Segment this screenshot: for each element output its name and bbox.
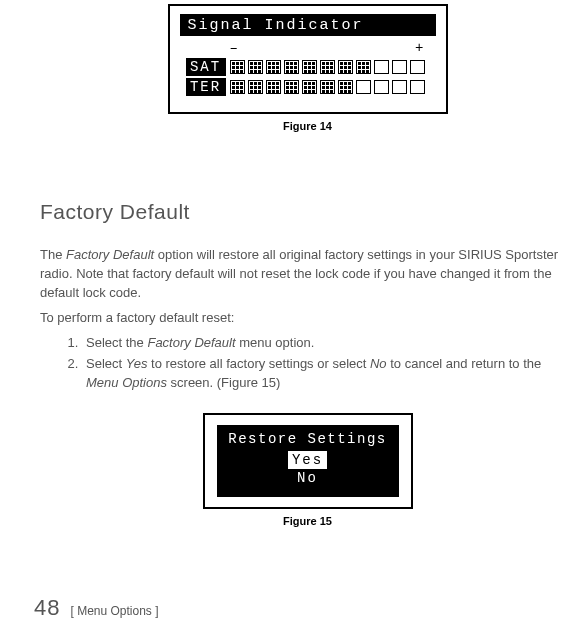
step1-b: menu option. xyxy=(236,335,315,350)
page-footer: 48 [ Menu Options ] xyxy=(34,595,159,621)
term-menu-options: Menu Options xyxy=(86,375,167,390)
bar-icon xyxy=(338,60,353,74)
bar-icon xyxy=(374,80,389,94)
bar-icon xyxy=(302,80,317,94)
lcd-title: Signal Indicator xyxy=(180,14,436,36)
bar-icon xyxy=(284,80,299,94)
intro-text-a: The xyxy=(40,247,66,262)
signal-row-ter: TER xyxy=(186,78,430,96)
bar-icon xyxy=(284,60,299,74)
subhead-text: To perform a factory default reset: xyxy=(40,309,575,328)
bar-icon xyxy=(392,80,407,94)
option-no: No xyxy=(223,469,393,487)
signal-row-sat: SAT xyxy=(186,58,430,76)
option-yes-row: Yes xyxy=(223,451,393,469)
term-factory-default: Factory Default xyxy=(66,247,154,262)
bar-icon xyxy=(320,60,335,74)
sat-bars xyxy=(230,60,425,74)
bar-icon xyxy=(266,80,281,94)
term-no: No xyxy=(370,356,387,371)
step2-d: screen. (Figure 15) xyxy=(167,375,280,390)
lcd-screen-2: Restore Settings Yes No xyxy=(217,425,399,497)
sat-label: SAT xyxy=(186,58,226,76)
ter-bars xyxy=(230,80,425,94)
step1-a: Select the xyxy=(86,335,147,350)
signal-area: – + SAT T xyxy=(180,36,436,100)
figure15-caption: Figure 15 xyxy=(40,515,575,527)
signal-indicator-display: Signal Indicator – + SAT xyxy=(168,4,448,114)
lcd-screen: Signal Indicator – + SAT xyxy=(180,14,436,100)
ter-label: TER xyxy=(186,78,226,96)
steps-list: Select the Factory Default menu option. … xyxy=(82,333,575,393)
option-yes: Yes xyxy=(288,451,327,469)
bar-icon xyxy=(356,60,371,74)
signal-scale: – + xyxy=(186,40,430,56)
bar-icon xyxy=(248,80,263,94)
bar-icon xyxy=(356,80,371,94)
figure14-caption: Figure 14 xyxy=(40,120,575,132)
bar-icon xyxy=(374,60,389,74)
intro-paragraph: The Factory Default option will restore … xyxy=(40,246,575,303)
restore-title: Restore Settings xyxy=(223,431,393,447)
scale-minus: – xyxy=(230,40,238,56)
restore-settings-display: Restore Settings Yes No xyxy=(203,413,413,509)
scale-plus: + xyxy=(415,40,423,56)
step2-a: Select xyxy=(86,356,126,371)
term-step1: Factory Default xyxy=(147,335,235,350)
bar-icon xyxy=(338,80,353,94)
bar-icon xyxy=(230,60,245,74)
bar-icon xyxy=(302,60,317,74)
section-heading: Factory Default xyxy=(40,200,575,224)
bar-icon xyxy=(230,80,245,94)
term-yes: Yes xyxy=(126,356,148,371)
bar-icon xyxy=(248,60,263,74)
bar-icon xyxy=(410,80,425,94)
page-number: 48 xyxy=(34,595,60,621)
bar-icon xyxy=(266,60,281,74)
bar-icon xyxy=(410,60,425,74)
step2-b: to restore all factory settings or selec… xyxy=(147,356,370,371)
step2-c: to cancel and return to the xyxy=(387,356,542,371)
step-1: Select the Factory Default menu option. xyxy=(82,333,575,353)
step-2: Select Yes to restore all factory settin… xyxy=(82,354,575,393)
bar-icon xyxy=(392,60,407,74)
bar-icon xyxy=(320,80,335,94)
breadcrumb: [ Menu Options ] xyxy=(70,604,158,618)
